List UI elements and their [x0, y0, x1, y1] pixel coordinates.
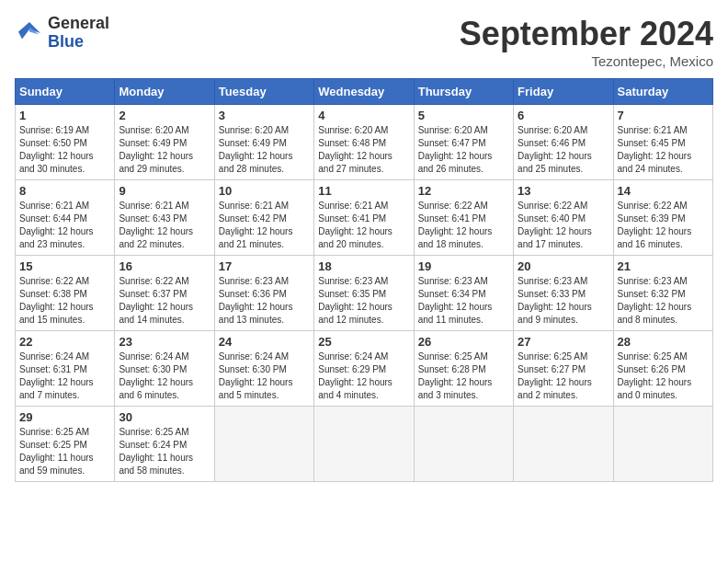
- month-title: September 2024: [460, 15, 713, 53]
- day-number: 12: [418, 184, 509, 198]
- calendar-day-cell: 4 Sunrise: 6:20 AM Sunset: 6:48 PM Dayli…: [314, 105, 414, 180]
- calendar-day-cell: 6 Sunrise: 6:20 AM Sunset: 6:46 PM Dayli…: [514, 105, 613, 180]
- day-info: Sunrise: 6:21 AM Sunset: 6:45 PM Dayligh…: [618, 124, 709, 176]
- calendar-day-cell: [514, 407, 613, 482]
- calendar-day-cell: 5 Sunrise: 6:20 AM Sunset: 6:47 PM Dayli…: [414, 105, 513, 180]
- calendar-day-cell: 9 Sunrise: 6:21 AM Sunset: 6:43 PM Dayli…: [115, 180, 214, 256]
- calendar-day-cell: [214, 407, 313, 482]
- calendar-day-cell: 10 Sunrise: 6:21 AM Sunset: 6:42 PM Dayl…: [214, 180, 313, 256]
- day-number: 20: [518, 259, 609, 273]
- day-number: 15: [19, 259, 110, 273]
- day-number: 17: [219, 259, 310, 273]
- calendar-day-cell: 20 Sunrise: 6:23 AM Sunset: 6:33 PM Dayl…: [514, 256, 613, 331]
- calendar-day-cell: 26 Sunrise: 6:25 AM Sunset: 6:28 PM Dayl…: [414, 331, 513, 407]
- day-number: 28: [618, 335, 709, 349]
- day-info: Sunrise: 6:25 AM Sunset: 6:25 PM Dayligh…: [19, 426, 110, 477]
- calendar-day-cell: 12 Sunrise: 6:22 AM Sunset: 6:41 PM Dayl…: [414, 180, 513, 256]
- col-monday: Monday: [115, 79, 214, 105]
- day-number: 29: [19, 410, 110, 424]
- day-number: 8: [19, 184, 110, 198]
- calendar-day-cell: 28 Sunrise: 6:25 AM Sunset: 6:26 PM Dayl…: [613, 331, 712, 407]
- day-info: Sunrise: 6:24 AM Sunset: 6:30 PM Dayligh…: [219, 350, 310, 402]
- day-info: Sunrise: 6:23 AM Sunset: 6:34 PM Dayligh…: [418, 275, 509, 327]
- day-number: 24: [219, 335, 310, 349]
- calendar-day-cell: [613, 407, 712, 482]
- calendar-day-cell: 24 Sunrise: 6:24 AM Sunset: 6:30 PM Dayl…: [214, 331, 313, 407]
- day-info: Sunrise: 6:20 AM Sunset: 6:49 PM Dayligh…: [119, 124, 210, 176]
- day-number: 4: [318, 109, 409, 122]
- logo-text: General Blue: [48, 15, 109, 52]
- day-info: Sunrise: 6:19 AM Sunset: 6:50 PM Dayligh…: [19, 124, 110, 176]
- page-header: General Blue September 2024 Tezontepec, …: [15, 15, 713, 69]
- calendar-day-cell: 23 Sunrise: 6:24 AM Sunset: 6:30 PM Dayl…: [115, 331, 214, 407]
- day-number: 30: [119, 410, 210, 424]
- day-info: Sunrise: 6:20 AM Sunset: 6:47 PM Dayligh…: [418, 124, 509, 176]
- day-info: Sunrise: 6:24 AM Sunset: 6:30 PM Dayligh…: [119, 350, 210, 402]
- calendar-header-row: Sunday Monday Tuesday Wednesday Thursday…: [16, 79, 713, 105]
- col-thursday: Thursday: [414, 79, 513, 105]
- calendar-day-cell: [314, 407, 414, 482]
- logo-general: General: [48, 15, 109, 33]
- calendar-day-cell: 22 Sunrise: 6:24 AM Sunset: 6:31 PM Dayl…: [16, 331, 115, 407]
- calendar-day-cell: 14 Sunrise: 6:22 AM Sunset: 6:39 PM Dayl…: [613, 180, 712, 256]
- day-number: 27: [518, 335, 609, 349]
- calendar-body: 1 Sunrise: 6:19 AM Sunset: 6:50 PM Dayli…: [16, 105, 713, 482]
- calendar-day-cell: 1 Sunrise: 6:19 AM Sunset: 6:50 PM Dayli…: [16, 105, 115, 180]
- calendar-day-cell: 7 Sunrise: 6:21 AM Sunset: 6:45 PM Dayli…: [613, 105, 712, 180]
- day-info: Sunrise: 6:25 AM Sunset: 6:28 PM Dayligh…: [418, 350, 509, 402]
- day-info: Sunrise: 6:22 AM Sunset: 6:40 PM Dayligh…: [518, 200, 609, 251]
- day-info: Sunrise: 6:23 AM Sunset: 6:33 PM Dayligh…: [518, 275, 609, 327]
- day-number: 19: [418, 259, 509, 273]
- calendar-week-row: 22 Sunrise: 6:24 AM Sunset: 6:31 PM Dayl…: [16, 331, 713, 407]
- day-info: Sunrise: 6:21 AM Sunset: 6:44 PM Dayligh…: [19, 200, 110, 251]
- day-number: 18: [318, 259, 409, 273]
- calendar-day-cell: 30 Sunrise: 6:25 AM Sunset: 6:24 PM Dayl…: [115, 407, 214, 482]
- calendar-week-row: 1 Sunrise: 6:19 AM Sunset: 6:50 PM Dayli…: [16, 105, 713, 180]
- calendar-day-cell: 17 Sunrise: 6:23 AM Sunset: 6:36 PM Dayl…: [214, 256, 313, 331]
- calendar-day-cell: 18 Sunrise: 6:23 AM Sunset: 6:35 PM Dayl…: [314, 256, 414, 331]
- day-number: 7: [618, 109, 709, 122]
- day-info: Sunrise: 6:24 AM Sunset: 6:29 PM Dayligh…: [318, 350, 409, 402]
- calendar-day-cell: 27 Sunrise: 6:25 AM Sunset: 6:27 PM Dayl…: [514, 331, 613, 407]
- calendar-day-cell: [414, 407, 513, 482]
- calendar-day-cell: 29 Sunrise: 6:25 AM Sunset: 6:25 PM Dayl…: [16, 407, 115, 482]
- col-saturday: Saturday: [613, 79, 712, 105]
- day-number: 21: [618, 259, 709, 273]
- col-wednesday: Wednesday: [314, 79, 414, 105]
- calendar-day-cell: 16 Sunrise: 6:22 AM Sunset: 6:37 PM Dayl…: [115, 256, 214, 331]
- col-tuesday: Tuesday: [214, 79, 313, 105]
- day-info: Sunrise: 6:25 AM Sunset: 6:26 PM Dayligh…: [618, 350, 709, 402]
- calendar-day-cell: 15 Sunrise: 6:22 AM Sunset: 6:38 PM Dayl…: [16, 256, 115, 331]
- calendar-day-cell: 13 Sunrise: 6:22 AM Sunset: 6:40 PM Dayl…: [514, 180, 613, 256]
- calendar-day-cell: 19 Sunrise: 6:23 AM Sunset: 6:34 PM Dayl…: [414, 256, 513, 331]
- day-info: Sunrise: 6:21 AM Sunset: 6:43 PM Dayligh…: [119, 200, 210, 251]
- calendar-week-row: 15 Sunrise: 6:22 AM Sunset: 6:38 PM Dayl…: [16, 256, 713, 331]
- day-number: 6: [518, 109, 609, 122]
- calendar-day-cell: 8 Sunrise: 6:21 AM Sunset: 6:44 PM Dayli…: [16, 180, 115, 256]
- day-number: 23: [119, 335, 210, 349]
- title-block: September 2024 Tezontepec, Mexico: [460, 15, 713, 69]
- day-info: Sunrise: 6:25 AM Sunset: 6:27 PM Dayligh…: [518, 350, 609, 402]
- day-info: Sunrise: 6:23 AM Sunset: 6:35 PM Dayligh…: [318, 275, 409, 327]
- day-number: 25: [318, 335, 409, 349]
- day-info: Sunrise: 6:24 AM Sunset: 6:31 PM Dayligh…: [19, 350, 110, 402]
- day-number: 13: [518, 184, 609, 198]
- calendar-week-row: 8 Sunrise: 6:21 AM Sunset: 6:44 PM Dayli…: [16, 180, 713, 256]
- col-friday: Friday: [514, 79, 613, 105]
- day-number: 5: [418, 109, 509, 122]
- calendar-day-cell: 25 Sunrise: 6:24 AM Sunset: 6:29 PM Dayl…: [314, 331, 414, 407]
- day-info: Sunrise: 6:23 AM Sunset: 6:36 PM Dayligh…: [219, 275, 310, 327]
- calendar-day-cell: 21 Sunrise: 6:23 AM Sunset: 6:32 PM Dayl…: [613, 256, 712, 331]
- day-number: 11: [318, 184, 409, 198]
- day-number: 10: [219, 184, 310, 198]
- logo: General Blue: [15, 15, 109, 52]
- calendar-week-row: 29 Sunrise: 6:25 AM Sunset: 6:25 PM Dayl…: [16, 407, 713, 482]
- calendar-day-cell: 3 Sunrise: 6:20 AM Sunset: 6:49 PM Dayli…: [214, 105, 313, 180]
- day-info: Sunrise: 6:20 AM Sunset: 6:49 PM Dayligh…: [219, 124, 310, 176]
- logo-bird-icon: [15, 18, 44, 48]
- day-number: 1: [19, 109, 110, 122]
- logo-blue: Blue: [48, 33, 109, 52]
- day-number: 3: [219, 109, 310, 122]
- day-number: 26: [418, 335, 509, 349]
- day-number: 9: [119, 184, 210, 198]
